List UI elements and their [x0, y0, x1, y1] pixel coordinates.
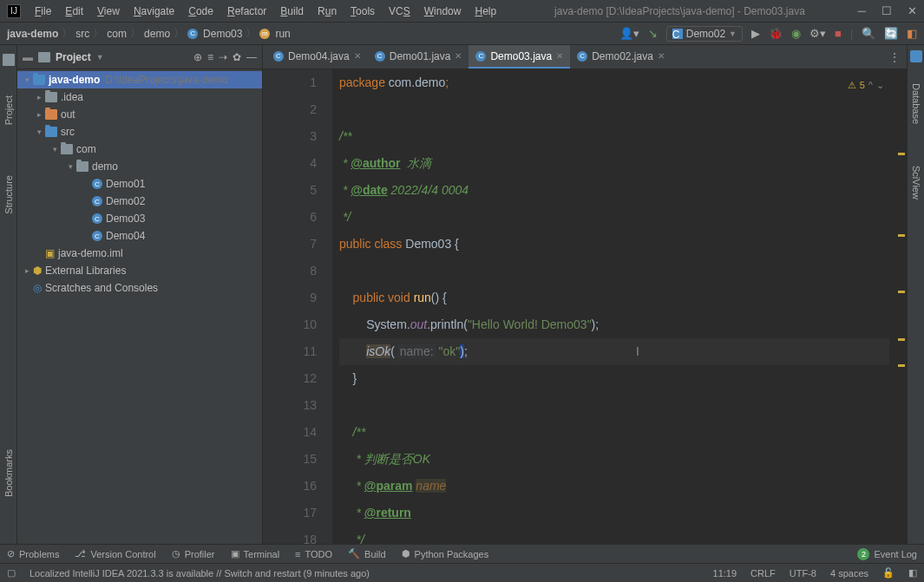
- code-content[interactable]: ⚠5 ^ ⌄ package com.demo; /** * @author 水…: [332, 69, 896, 544]
- menu-navigate[interactable]: Navigate: [128, 3, 180, 19]
- class-icon: C: [375, 51, 385, 62]
- profiler-tab[interactable]: ◷Profiler: [172, 548, 215, 559]
- stop-button[interactable]: ■: [835, 27, 842, 40]
- sync-button[interactable]: 🔄: [884, 27, 898, 40]
- titlebar: IJ File Edit View Navigate Code Refactor…: [0, 0, 924, 23]
- close-button[interactable]: ✕: [908, 4, 917, 17]
- debug-button[interactable]: 🐞: [769, 27, 783, 40]
- vcs-tab[interactable]: ⎇Version Control: [75, 548, 155, 559]
- class-icon: C: [92, 231, 102, 241]
- tree-folder-src[interactable]: ▾src: [17, 123, 262, 141]
- menu-tools[interactable]: Tools: [345, 3, 380, 19]
- problems-icon: ⊘: [7, 548, 15, 559]
- build-tab[interactable]: 🔨Build: [348, 548, 385, 559]
- ide-settings-button[interactable]: ◧: [907, 27, 917, 40]
- database-tab[interactable]: Database: [909, 80, 923, 128]
- menu-window[interactable]: Window: [419, 3, 467, 19]
- event-log-tab[interactable]: 2Event Log: [857, 548, 917, 560]
- inspection-summary[interactable]: ⚠5 ^ ⌄: [848, 72, 884, 99]
- crumb-src[interactable]: src: [75, 28, 89, 40]
- menu-file[interactable]: File: [29, 3, 56, 19]
- menu-build[interactable]: Build: [275, 3, 309, 19]
- tree-scratches[interactable]: ◎Scratches and Consoles: [17, 279, 262, 297]
- project-tab[interactable]: Project: [2, 92, 16, 128]
- tree-class-demo03[interactable]: CDemo03: [17, 210, 262, 227]
- tree-class-demo02[interactable]: CDemo02: [17, 193, 262, 210]
- profile-button[interactable]: ⚙▾: [809, 27, 826, 40]
- minimize-button[interactable]: ─: [858, 4, 866, 17]
- bookmarks-tab[interactable]: Bookmarks: [2, 446, 16, 500]
- menu-code[interactable]: Code: [183, 3, 219, 19]
- run-button[interactable]: ▶: [751, 27, 760, 40]
- coverage-button[interactable]: ◉: [791, 27, 801, 40]
- close-tab-icon[interactable]: ✕: [556, 51, 563, 61]
- class-icon: C: [577, 51, 587, 62]
- select-opened-file-button[interactable]: ⊕: [193, 51, 202, 63]
- tree-class-demo04[interactable]: CDemo04: [17, 227, 262, 245]
- code-editor[interactable]: 1234567891011💡12131415161718 ⚠5 ^ ⌄ pack…: [263, 69, 907, 544]
- tree-root[interactable]: ▾java-demoD:\IdeaProjects\java-demo: [17, 71, 262, 88]
- tree-class-demo01[interactable]: CDemo01: [17, 175, 262, 193]
- settings-button[interactable]: ✿: [233, 51, 241, 63]
- file-encoding[interactable]: UTF-8: [790, 568, 816, 579]
- statusbar: ▢ Localized IntelliJ IDEA 2021.3.3 is av…: [0, 563, 924, 582]
- indent-setting[interactable]: 4 spaces: [830, 568, 868, 579]
- memory-indicator[interactable]: ◧: [908, 567, 917, 579]
- line-gutter: 1234567891011💡12131415161718: [263, 69, 332, 544]
- collapse-all-button[interactable]: ⇢: [219, 51, 227, 63]
- sciview-tab[interactable]: SciView: [909, 162, 923, 203]
- expand-all-button[interactable]: ≡: [207, 51, 213, 63]
- tree-folder-demo[interactable]: ▾demo: [17, 158, 262, 175]
- crumb-method[interactable]: run: [275, 28, 290, 40]
- database-icon[interactable]: [910, 50, 922, 62]
- tab-demo02[interactable]: CDemo02.java✕: [570, 45, 672, 69]
- todo-icon: ≡: [295, 549, 300, 559]
- menu-edit[interactable]: Edit: [60, 3, 88, 19]
- close-tab-icon[interactable]: ✕: [455, 51, 462, 61]
- menu-help[interactable]: Help: [469, 3, 501, 19]
- line-separator[interactable]: CRLF: [750, 568, 776, 579]
- add-config-button[interactable]: 👤▾: [619, 27, 639, 40]
- error-stripe[interactable]: [896, 69, 907, 544]
- tree-file-iml[interactable]: ▣java-demo.iml: [17, 245, 262, 262]
- tab-demo01[interactable]: CDemo01.java✕: [368, 45, 469, 69]
- structure-tab[interactable]: Structure: [2, 172, 16, 218]
- app-logo: IJ: [7, 4, 21, 18]
- tree-folder-idea[interactable]: ▸.idea: [17, 88, 262, 106]
- tree-folder-com[interactable]: ▾com: [17, 141, 262, 158]
- crumb-class[interactable]: Demo03: [203, 28, 242, 40]
- menu-vcs[interactable]: VCS: [383, 3, 416, 19]
- tab-demo03[interactable]: CDemo03.java✕: [469, 45, 570, 69]
- method-icon: m: [259, 29, 270, 39]
- run-config-dropdown[interactable]: C Demo02 ▼: [666, 26, 743, 42]
- caret-position[interactable]: 11:19: [713, 568, 737, 579]
- editor-area: CDemo04.java✕ CDemo01.java✕ CDemo03.java…: [263, 45, 907, 544]
- run-config-label: Demo02: [686, 28, 725, 40]
- menu-view[interactable]: View: [92, 3, 125, 19]
- tab-demo04[interactable]: CDemo04.java✕: [266, 45, 368, 69]
- project-tool-icon[interactable]: [3, 54, 15, 66]
- readonly-lock-icon[interactable]: 🔓: [882, 567, 895, 579]
- tool-window-button[interactable]: ▢: [7, 567, 16, 579]
- hide-button[interactable]: —: [246, 51, 257, 63]
- folder-icon: [45, 92, 57, 102]
- crumb-com[interactable]: com: [107, 28, 127, 40]
- tree-external-libraries[interactable]: ▸⬢External Libraries: [17, 262, 262, 279]
- class-icon: C: [187, 29, 198, 39]
- crumb-demo[interactable]: demo: [144, 28, 170, 40]
- crumb-project[interactable]: java-demo: [7, 28, 58, 40]
- tree-folder-out[interactable]: ▸out: [17, 106, 262, 123]
- search-button[interactable]: 🔍: [862, 27, 875, 40]
- menu-refactor[interactable]: Refactor: [222, 3, 272, 19]
- problems-tab[interactable]: ⊘Problems: [7, 548, 59, 559]
- python-packages-tab[interactable]: ⬢Python Packages: [402, 548, 489, 559]
- tab-more-button[interactable]: ⋮: [882, 45, 907, 69]
- scratches-icon: ◎: [33, 282, 42, 294]
- build-button[interactable]: ↘: [648, 27, 658, 40]
- menu-run[interactable]: Run: [312, 3, 342, 19]
- terminal-tab[interactable]: ▣Terminal: [231, 548, 280, 559]
- close-tab-icon[interactable]: ✕: [658, 51, 665, 61]
- todo-tab[interactable]: ≡TODO: [295, 549, 332, 559]
- maximize-button[interactable]: ☐: [881, 4, 892, 17]
- close-tab-icon[interactable]: ✕: [354, 51, 361, 61]
